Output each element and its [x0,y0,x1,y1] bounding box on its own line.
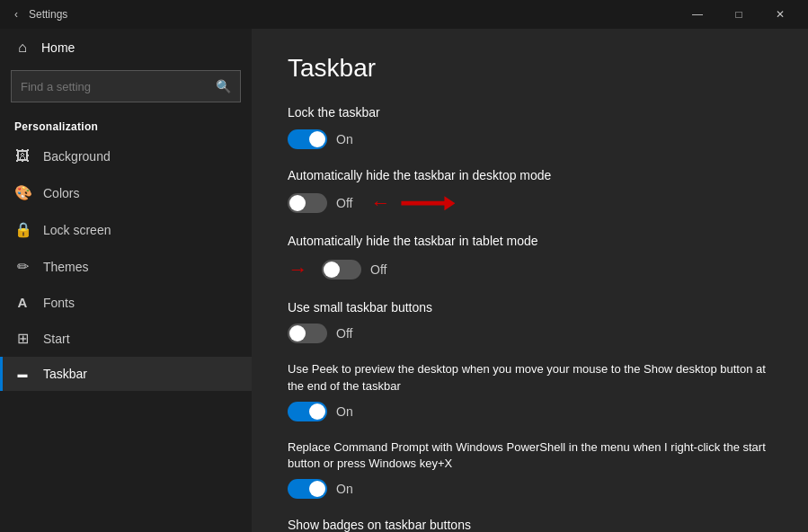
small-buttons-toggle-label: Off [336,326,352,341]
sidebar-item-label: Taskbar [43,367,87,381]
sidebar-item-background[interactable]: 🖼 Background [0,138,252,174]
badges-label: Show badges on taskbar buttons [288,517,772,532]
sidebar-item-colors[interactable]: 🎨 Colors [0,174,252,211]
sidebar-item-start[interactable]: ⊞ Start [0,320,252,357]
minimize-button[interactable]: — [677,0,718,29]
toggle-thumb [324,262,340,278]
lock-taskbar-toggle[interactable] [288,129,327,149]
setting-small-buttons: Use small taskbar buttons Off [288,299,772,344]
powershell-toggle[interactable] [288,479,327,499]
toggle-thumb [309,481,325,497]
auto-hide-desktop-toggle-label: Off [336,196,352,210]
lock-taskbar-label: Lock the taskbar [288,104,772,122]
sidebar-item-label: Lock screen [43,223,111,237]
auto-hide-desktop-toggle-row: Off ← [288,191,772,215]
sidebar-item-themes[interactable]: ✏ Themes [0,248,252,285]
search-icon: 🔍 [216,79,231,93]
back-button[interactable]: ‹ [11,4,22,24]
auto-hide-tablet-toggle-row: ← Off [288,258,772,281]
search-input[interactable] [21,80,216,93]
powershell-label: Replace Command Prompt with Windows Powe… [288,439,772,472]
sidebar-item-label: Fonts [43,296,75,310]
setting-badges: Show badges on taskbar buttons On [288,517,772,532]
lock-icon: 🔒 [14,221,31,238]
sidebar-item-label: Colors [43,186,79,200]
home-icon: ⌂ [14,40,31,56]
annotation-arrow-2: ← [288,258,307,281]
powershell-toggle-row: On [288,479,772,499]
title-bar-left: ‹ Settings [11,4,67,24]
peek-toggle-label: On [336,404,353,419]
setting-powershell: Replace Command Prompt with Windows Powe… [288,439,772,499]
auto-hide-tablet-toggle-label: Off [370,262,386,277]
content-area: Taskbar Lock the taskbar On Automaticall… [252,29,808,532]
auto-hide-tablet-toggle[interactable] [322,260,361,279]
sidebar-item-taskbar[interactable]: ▬ Taskbar [0,357,252,391]
page-title: Taskbar [288,54,772,83]
close-button[interactable]: ✕ [759,0,801,29]
peek-label: Use Peek to preview the desktop when you… [288,361,772,394]
sidebar-item-home[interactable]: ⌂ Home [0,29,252,66]
small-buttons-toggle-row: Off [288,324,772,343]
small-buttons-toggle[interactable] [288,324,327,343]
sidebar-search-box[interactable]: 🔍 [11,70,241,102]
sidebar-item-label: Themes [43,260,89,274]
auto-hide-desktop-toggle[interactable] [288,193,327,213]
colors-icon: 🎨 [14,184,31,201]
peek-toggle-row: On [288,402,772,421]
toggle-thumb [289,325,306,341]
peek-toggle[interactable] [288,402,327,421]
toggle-thumb [289,195,306,211]
toggle-thumb [309,403,325,420]
fonts-icon: A [14,295,31,310]
sidebar-section-label: Personalization [0,113,252,138]
home-label: Home [41,40,75,55]
setting-peek: Use Peek to preview the desktop when you… [288,361,772,421]
themes-icon: ✏ [14,258,31,275]
auto-hide-tablet-label: Automatically hide the taskbar in tablet… [288,233,772,251]
sidebar-item-lock-screen[interactable]: 🔒 Lock screen [0,211,252,248]
auto-hide-desktop-label: Automatically hide the taskbar in deskto… [288,167,772,185]
setting-auto-hide-tablet: Automatically hide the taskbar in tablet… [288,233,772,281]
red-arrow-desktop [401,196,455,210]
sidebar-item-fonts[interactable]: A Fonts [0,285,252,320]
sidebar-item-label: Start [43,332,70,346]
annotation-arrow-1: ← [370,191,390,215]
lock-taskbar-toggle-label: On [336,132,353,146]
setting-auto-hide-desktop: Automatically hide the taskbar in deskto… [288,167,772,216]
title-bar-controls: — □ ✕ [677,0,801,29]
sidebar-item-label: Background [43,149,111,164]
toggle-thumb [309,131,325,147]
title-bar: ‹ Settings — □ ✕ [0,0,808,29]
start-icon: ⊞ [14,330,31,347]
powershell-toggle-label: On [336,482,353,496]
sidebar: ⌂ Home 🔍 Personalization 🖼 Background 🎨 … [0,29,252,532]
taskbar-icon: ▬ [14,368,31,379]
lock-taskbar-toggle-row: On [288,129,772,149]
restore-button[interactable]: □ [718,0,759,29]
background-icon: 🖼 [14,148,31,164]
title-bar-title: Settings [29,8,67,21]
app-body: ⌂ Home 🔍 Personalization 🖼 Background 🎨 … [0,29,808,532]
small-buttons-label: Use small taskbar buttons [288,299,772,317]
setting-lock-taskbar: Lock the taskbar On [288,104,772,149]
